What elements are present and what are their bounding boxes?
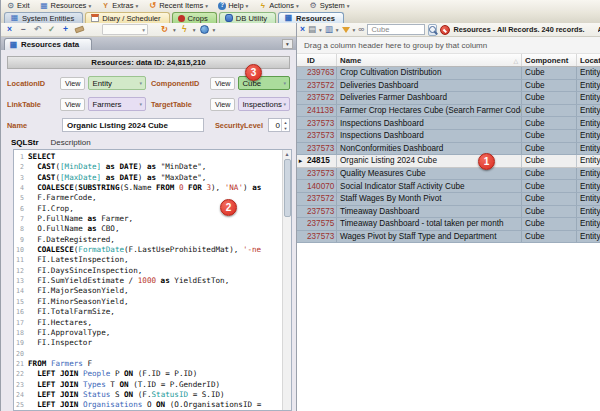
sql-code-line: FI.Hectares, <box>28 318 282 328</box>
eraser-icon[interactable] <box>74 24 85 36</box>
line-number: 3 <box>14 173 28 183</box>
locationid-dropdown[interactable]: Entity ▾ <box>88 76 146 90</box>
delete-record-icon[interactable]: − <box>18 24 29 36</box>
sql-line: 7 P.FullName as Farmer, <box>14 214 282 224</box>
linktable-dropdown[interactable]: Farmers ▾ <box>88 97 146 111</box>
vertical-scrollbar[interactable]: ▲ <box>282 150 291 410</box>
column-header-label: Name <box>340 56 361 65</box>
table-row[interactable]: 237573Quality Measures CubeCubeEntity <box>297 168 600 181</box>
spin-down-icon[interactable]: ▼ <box>282 125 289 131</box>
add-record-icon[interactable]: + <box>60 24 71 36</box>
undo-icon[interactable]: ↶ <box>32 24 43 36</box>
sql-code-line <box>28 349 282 359</box>
line-number: 7 <box>14 214 28 224</box>
row-marker <box>297 180 304 192</box>
line-number: 10 <box>14 245 28 255</box>
cell-component: Cube <box>522 117 577 129</box>
menu-item-extras[interactable]: Y Extras ▾ <box>101 1 138 10</box>
table-row[interactable]: 239763Crop Cultivation DistributionCubeE… <box>297 67 600 80</box>
view-button[interactable]: View <box>60 98 85 111</box>
clear-search-button[interactable] <box>440 24 450 36</box>
view-button[interactable]: View <box>210 98 235 111</box>
table-row[interactable]: 237573Inspections DashboardCubeEntity <box>297 117 600 130</box>
chevron-down-icon[interactable]: ▾ <box>353 27 356 33</box>
menu-item-exit[interactable]: ⊙ Exit <box>6 1 30 10</box>
stepper-arrows[interactable]: ▲ ▼ <box>281 119 289 131</box>
sql-code-line: O.FullName as CBO, <box>28 224 282 234</box>
menu-item-actions[interactable]: ϟ Actions ▾ <box>258 1 298 10</box>
table-row[interactable]: 237572Deliveries Farmer DashboardCubeEnt… <box>297 92 600 105</box>
tab-db-utility[interactable]: DB Utility <box>219 12 276 23</box>
chevron-down-icon[interactable]: ▾ <box>173 27 176 33</box>
menu-item-system[interactable]: ⚙ System ▾ <box>309 1 350 10</box>
export-icon[interactable]: ▥ <box>325 24 333 36</box>
chevron-down-icon[interactable]: ▾ <box>319 27 322 33</box>
chevron-down-icon[interactable]: ▾ <box>193 27 196 33</box>
scroll-up-icon[interactable]: ▲ <box>285 151 290 157</box>
sql-code-line: FI.TotalFarmSize, <box>28 307 282 317</box>
menu-item-resources[interactable]: ▦ Resources ▾ <box>40 1 92 10</box>
link-icon[interactable]: ∞ <box>358 24 364 36</box>
securitylevel-stepper[interactable]: 0 ▲ ▼ <box>268 118 290 132</box>
globe-icon[interactable] <box>199 24 210 36</box>
tab-resources-data[interactable]: ▦ Resources data <box>4 38 92 50</box>
panel-tab-overflow-button[interactable]: ▾ <box>282 39 293 49</box>
sql-editor[interactable]: 1SELECT2 CAST([MinDate] as DATE) as "Min… <box>13 149 292 411</box>
close-icon[interactable]: × <box>4 24 15 36</box>
refresh-icon[interactable]: ↻ <box>159 24 170 36</box>
targettable-dropdown[interactable]: Inspections ▾ <box>238 97 290 111</box>
cell-id: 237573 <box>304 206 337 218</box>
table-row[interactable]: 237573Wages Pivot by Staff Type and Depa… <box>297 231 600 244</box>
table-row[interactable]: 237573Timeaway DashboardCubeEntity <box>297 206 600 219</box>
sql-line: 1SELECT <box>14 152 282 162</box>
cell-id: 237572 <box>304 92 337 104</box>
table-row[interactable]: 140070Social Indicator Staff Activity Cu… <box>297 180 600 193</box>
sql-code-area[interactable]: 1SELECT2 CAST([MinDate] as DATE) as "Min… <box>14 150 282 410</box>
chevron-down-icon[interactable]: ▾ <box>336 27 339 33</box>
search-button[interactable] <box>428 24 437 36</box>
chevron-down-icon: ▾ <box>283 101 286 107</box>
chevron-down-icon: ▾ <box>205 3 208 9</box>
view-button[interactable]: View <box>60 77 85 90</box>
chevron-down-icon[interactable]: ▾ <box>213 27 216 33</box>
column-header-name[interactable]: Name △ <box>337 54 522 66</box>
table-row[interactable]: 237575Timeaway Dashboard - total taken p… <box>297 218 600 231</box>
chevron-down-icon: ▾ <box>135 3 138 9</box>
apple-icon <box>178 15 185 22</box>
tab-system-entities[interactable]: ▦ System Entities <box>4 12 83 23</box>
recent-icon: ↺ <box>148 1 157 10</box>
column-header-location[interactable]: Location <box>577 54 600 66</box>
record-toolbar: × − ↶ ✓ + ▾ ↻ ▾ ϟ ▾ ▾ <box>1 23 296 37</box>
line-number: 9 <box>14 235 28 245</box>
close-icon[interactable]: × <box>300 24 305 36</box>
tab-sqlstr[interactable]: SQLStr <box>11 138 39 147</box>
column-header-id[interactable]: ID <box>304 54 337 66</box>
save-check-icon[interactable]: ✓ <box>46 24 57 36</box>
lightning-icon[interactable]: ϟ <box>179 24 190 36</box>
menu-item-recent-items[interactable]: ↺ Recent Items ▾ <box>148 1 208 10</box>
tab-resources[interactable]: ▦ Resources <box>278 12 344 23</box>
view-button[interactable]: View <box>210 77 235 90</box>
table-row[interactable]: 237572Staff Wages By Month PivotCubeEnti… <box>297 193 600 206</box>
table-row[interactable]: ▸24815Organic Listing 2024 CubeCubeEntit… <box>297 155 600 168</box>
tab-diary-scheduler[interactable]: Diary / Scheduler <box>85 12 169 23</box>
tab-description[interactable]: Description <box>51 138 91 147</box>
search-input[interactable] <box>367 24 425 35</box>
sql-line: 22 LEFT JOIN People P ON (F.ID = P.ID) <box>14 369 282 379</box>
table-row[interactable]: 237573NonConformities DashboardCubeEntit… <box>297 143 600 156</box>
menu-item-help[interactable]: ? Help ▾ <box>218 1 248 10</box>
column-header-component[interactable]: Component <box>522 54 577 66</box>
table-row[interactable]: 237572Deliveries DashboardCubeEntity <box>297 80 600 93</box>
sql-line: 18 FI.ApprovalType, <box>14 328 282 338</box>
name-field[interactable]: Organic Listing 2024 Cube <box>62 118 204 132</box>
scrollbar-thumb[interactable] <box>284 159 291 217</box>
record-combo[interactable]: ▾ <box>102 24 148 35</box>
table-row[interactable]: 237573Inspections DashboardCubeEntity <box>297 130 600 143</box>
line-number: 4 <box>14 183 28 193</box>
filter-icon[interactable] <box>342 24 350 36</box>
tab-crops[interactable]: Crops <box>172 12 217 23</box>
print-icon[interactable]: ▤ <box>308 24 316 36</box>
row-marker <box>297 143 304 155</box>
group-by-bar[interactable]: Drag a column header here to group by th… <box>297 37 600 54</box>
table-row[interactable]: 241139Farmer Crop Hectares Cube (Search … <box>297 105 600 118</box>
